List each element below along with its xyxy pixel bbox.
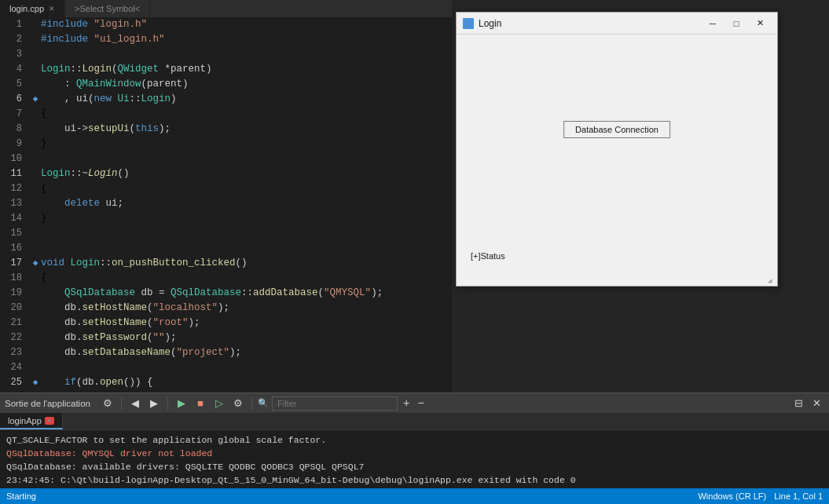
line-indicator bbox=[30, 122, 41, 137]
line-number: 21 bbox=[0, 316, 30, 331]
code-content[interactable]: delete ui; bbox=[41, 196, 452, 211]
toolbar-separator-3 bbox=[251, 397, 252, 410]
output-line-0: QT_SCALE_FACTOR to set the application g… bbox=[6, 433, 823, 447]
toolbar-minus-button[interactable]: − bbox=[415, 397, 426, 410]
code-content[interactable]: db.setHostName("localhost"); bbox=[41, 301, 452, 316]
code-line-4: 4Login::Login(QWidget *parent) bbox=[0, 62, 452, 77]
output-tabs: loginApp ✕ bbox=[0, 413, 829, 430]
output-tab-loginapp[interactable]: loginApp ✕ bbox=[0, 413, 63, 429]
toolbar-label: Sortie de l'application bbox=[5, 399, 90, 408]
line-number: 9 bbox=[0, 137, 30, 152]
output-line-1: QSqlDatabase: QMYSQL driver not loaded bbox=[6, 447, 823, 460]
line-indicator bbox=[30, 152, 41, 166]
line-indicator bbox=[30, 286, 41, 301]
line-indicator bbox=[30, 196, 41, 211]
code-content[interactable]: { bbox=[41, 271, 452, 286]
status-bar: Starting Windows (CR LF) Line 1, Col 1 bbox=[0, 488, 829, 504]
toolbar-separator-2 bbox=[167, 397, 168, 410]
line-indicator bbox=[30, 32, 41, 47]
code-line-5: 5 : QMainWindow(parent) bbox=[0, 77, 452, 92]
output-line-2: QSqlDatabase: available drivers: QSQLITE… bbox=[6, 460, 823, 473]
output-tab-label: loginApp bbox=[8, 416, 42, 425]
qt-titlebar: Login ─ □ ✕ bbox=[457, 13, 777, 35]
line-indicator: ◆ bbox=[30, 375, 41, 390]
qt-window-body: Database Connection [+]Status ◢ bbox=[457, 35, 777, 286]
toolbar-settings-button[interactable]: ⚙ bbox=[100, 396, 116, 411]
line-indicator bbox=[30, 77, 41, 92]
line-indicator bbox=[30, 107, 41, 122]
qt-close-button[interactable]: ✕ bbox=[749, 16, 771, 31]
code-content[interactable]: , ui(new Ui::Login) bbox=[41, 92, 452, 107]
code-content[interactable] bbox=[41, 360, 452, 375]
code-line-19: 19 QSqlDatabase db = QSqlDatabase::addDa… bbox=[0, 286, 452, 301]
code-content[interactable]: #include "login.h" bbox=[41, 17, 452, 32]
line-number: 16 bbox=[0, 241, 30, 256]
code-line-18: 18{ bbox=[0, 271, 452, 286]
toolbar-next-button[interactable]: ▶ bbox=[146, 396, 162, 411]
code-line-13: 13 delete ui; bbox=[0, 196, 452, 211]
code-content[interactable]: void Login::on_pushButton_clicked() bbox=[41, 256, 452, 271]
code-content[interactable]: db.setDatabaseName("project"); bbox=[41, 345, 452, 360]
toolbar-debug-option-button[interactable]: ⚙ bbox=[230, 396, 246, 411]
tab-select-symbol-label: >Select Symbol< bbox=[75, 4, 140, 13]
toolbar-play-button[interactable]: ▶ bbox=[174, 396, 189, 411]
database-connection-button[interactable]: Database Connection bbox=[563, 121, 670, 138]
code-content[interactable]: : QMainWindow(parent) bbox=[41, 77, 452, 92]
code-content[interactable]: { bbox=[41, 107, 452, 122]
status-starting: Starting bbox=[6, 491, 36, 501]
qt-maximize-button[interactable]: □ bbox=[725, 16, 747, 31]
code-content[interactable]: QSqlDatabase db = QSqlDatabase::addDatab… bbox=[41, 286, 452, 301]
code-line-17: 17◆void Login::on_pushButton_clicked() bbox=[0, 256, 452, 271]
line-number: 7 bbox=[0, 107, 30, 122]
code-content[interactable]: ui->setupUi(this); bbox=[41, 122, 452, 137]
tab-close-icon[interactable]: ✕ bbox=[49, 5, 55, 13]
tab-select-symbol[interactable]: >Select Symbol< bbox=[65, 0, 150, 17]
line-indicator: ◆ bbox=[30, 92, 41, 107]
line-indicator bbox=[30, 331, 41, 345]
line-number: 4 bbox=[0, 62, 30, 77]
qt-minimize-button[interactable]: ─ bbox=[702, 16, 724, 31]
status-windows: Windows (CR LF) bbox=[698, 491, 766, 501]
toolbar-collapse-button[interactable]: ⊟ bbox=[790, 396, 806, 411]
code-line-1: 1#include "login.h" bbox=[0, 17, 452, 32]
code-content[interactable] bbox=[41, 152, 452, 166]
line-number: 15 bbox=[0, 226, 30, 241]
code-line-24: 24 bbox=[0, 360, 452, 375]
output-tab-close[interactable]: ✕ bbox=[45, 417, 54, 425]
code-content[interactable]: Login::~Login() bbox=[41, 166, 452, 181]
line-indicator bbox=[30, 166, 41, 181]
code-content[interactable]: { bbox=[41, 181, 452, 196]
line-number: 13 bbox=[0, 196, 30, 211]
code-content[interactable] bbox=[41, 241, 452, 256]
qt-window-title: Login bbox=[479, 18, 702, 29]
code-content[interactable]: } bbox=[41, 137, 452, 152]
code-line-6: 6◆ , ui(new Ui::Login) bbox=[0, 92, 452, 107]
code-content[interactable] bbox=[41, 226, 452, 241]
line-indicator bbox=[30, 360, 41, 375]
toolbar-debug-play-button[interactable]: ▷ bbox=[211, 396, 227, 411]
line-number: 5 bbox=[0, 77, 30, 92]
code-content[interactable]: db.setHostName("root"); bbox=[41, 316, 452, 331]
editor-tabs: login.cpp ✕ >Select Symbol< bbox=[0, 0, 452, 17]
code-content[interactable]: if(db.open()) { bbox=[41, 375, 452, 390]
resize-handle-icon[interactable]: ◢ bbox=[768, 276, 776, 284]
line-indicator bbox=[30, 181, 41, 196]
code-content[interactable]: db.setPassword(""); bbox=[41, 331, 452, 345]
toolbar-stop-button[interactable]: ■ bbox=[193, 396, 208, 411]
line-indicator bbox=[30, 316, 41, 331]
toolbar-plus-button[interactable]: + bbox=[401, 397, 412, 410]
code-content[interactable] bbox=[41, 47, 452, 62]
code-content[interactable]: } bbox=[41, 211, 452, 226]
code-content[interactable]: Login::Login(QWidget *parent) bbox=[41, 62, 452, 77]
code-line-15: 15 bbox=[0, 226, 452, 241]
code-content[interactable]: #include "ui_login.h" bbox=[41, 32, 452, 47]
line-number: 20 bbox=[0, 301, 30, 316]
toolbar-close-panel-button[interactable]: ✕ bbox=[809, 396, 824, 411]
line-number: 22 bbox=[0, 331, 30, 345]
toolbar-right-controls: ⊟ ✕ bbox=[790, 396, 824, 411]
filter-input[interactable] bbox=[272, 396, 398, 411]
qt-window: Login ─ □ ✕ Database Connection [+]Statu… bbox=[456, 12, 778, 287]
toolbar-prev-button[interactable]: ◀ bbox=[127, 396, 143, 411]
tab-login-cpp[interactable]: login.cpp ✕ bbox=[0, 0, 65, 17]
line-indicator bbox=[30, 301, 41, 316]
